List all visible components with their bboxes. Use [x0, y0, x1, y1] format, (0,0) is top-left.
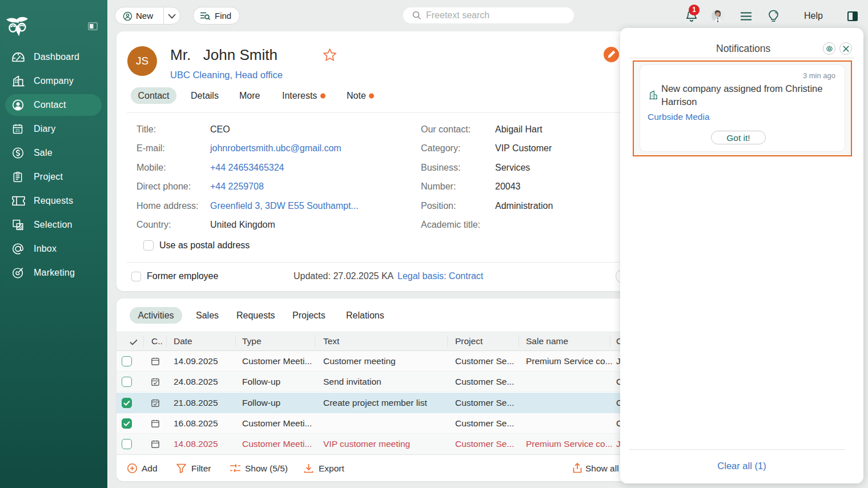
svg-text:21: 21 — [15, 128, 20, 133]
